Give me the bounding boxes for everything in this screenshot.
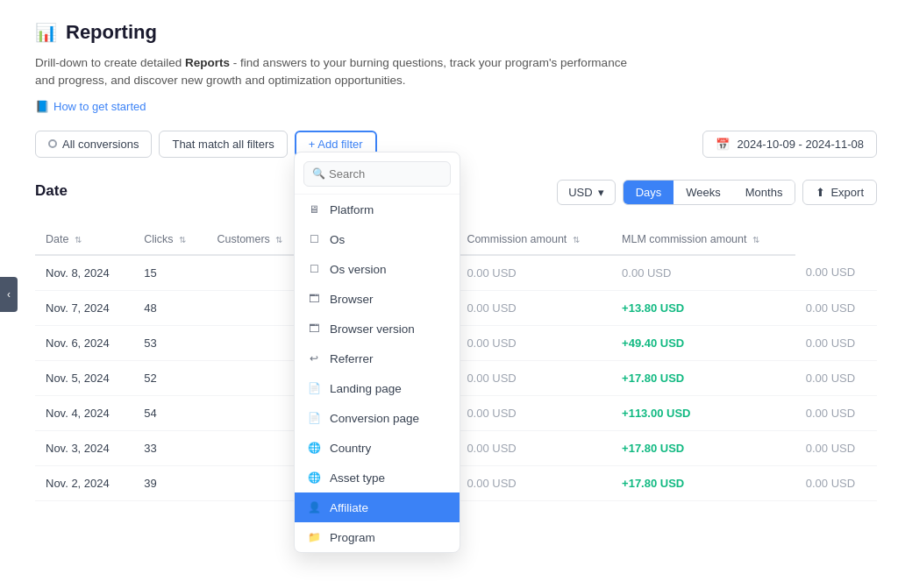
col-commission-amount[interactable]: Commission amount ⇅ <box>456 224 611 255</box>
dropdown-item-os-version[interactable]: ☐ Os version <box>295 254 460 284</box>
item-icon-os version: ☐ <box>307 262 321 276</box>
item-label: Asset type <box>330 471 385 485</box>
item-label: Os version <box>330 263 387 276</box>
all-conversions-button[interactable]: All conversions <box>35 131 152 158</box>
date-range-label: 2024-10-09 - 2024-11-08 <box>737 138 864 151</box>
item-icon-browser version: 🗔 <box>307 322 321 336</box>
cell-conversion-amount: 0.00 USD <box>456 290 611 325</box>
dropdown-item-browser[interactable]: 🗔 Browser <box>295 284 460 314</box>
sort-icon-mlm: ⇅ <box>752 235 759 244</box>
cell-clicks: 33 <box>133 430 206 465</box>
dropdown-item-affiliate[interactable]: 👤 Affiliate <box>295 492 460 522</box>
cell-conversion-amount: 0.00 USD <box>456 465 611 500</box>
item-icon-affiliate: 👤 <box>307 500 321 514</box>
item-icon-referrer: ↩ <box>307 351 321 365</box>
dropdown-search-input[interactable] <box>303 161 451 187</box>
period-months-button[interactable]: Months <box>733 181 795 204</box>
page-description: Drill-down to create detailed Reports - … <box>35 54 631 90</box>
calendar-icon: 📅 <box>716 138 730 151</box>
currency-selector[interactable]: USD ▾ <box>557 180 615 205</box>
dropdown-item-os[interactable]: ☐ Os <box>295 224 460 254</box>
cell-mlm-commission: 0.00 USD <box>795 465 877 500</box>
cell-date: Nov. 2, 2024 <box>35 465 133 500</box>
cell-customers <box>206 290 307 325</box>
period-days-button[interactable]: Days <box>624 181 674 204</box>
sort-icon-date: ⇅ <box>75 235 82 244</box>
cell-customers <box>206 465 307 500</box>
cell-mlm-commission: 0.00 USD <box>795 360 877 395</box>
dropdown-item-program[interactable]: 📁 Program <box>295 522 460 552</box>
cell-commission-amount: +17.80 USD <box>611 360 795 395</box>
cell-mlm-commission: 0.00 USD <box>795 430 877 465</box>
item-label: Os <box>330 233 345 246</box>
item-icon-program: 📁 <box>307 530 321 544</box>
dropdown-item-browser-version[interactable]: 🗔 Browser version <box>295 314 460 344</box>
cell-date: Nov. 4, 2024 <box>35 395 133 430</box>
cell-clicks: 52 <box>133 360 206 395</box>
cell-customers <box>206 395 307 430</box>
cell-clicks: 39 <box>133 465 206 500</box>
sort-icon-commission: ⇅ <box>573 235 580 244</box>
col-mlm-commission[interactable]: MLM commission amount ⇅ <box>611 224 795 255</box>
item-icon-browser: 🗔 <box>307 292 321 306</box>
cell-clicks: 53 <box>133 325 206 360</box>
item-icon-os: ☐ <box>307 232 321 246</box>
item-icon-asset type: 🌐 <box>307 471 321 485</box>
dropdown-item-platform[interactable]: 🖥 Platform <box>295 195 460 224</box>
cell-date: Nov. 6, 2024 <box>35 325 133 360</box>
cell-conversion-amount: 0.00 USD <box>456 255 611 291</box>
dropdown-search-area: 🔍 <box>295 152 460 195</box>
item-label: Program <box>330 531 375 544</box>
cell-commission-amount: 0.00 USD <box>611 255 795 291</box>
item-icon-platform: 🖥 <box>307 202 321 216</box>
sidebar-toggle[interactable]: ‹ <box>0 277 18 312</box>
help-link[interactable]: 📘 How to get started <box>35 100 146 113</box>
cell-customers <box>206 255 307 291</box>
all-conversions-label: All conversions <box>62 138 139 151</box>
cell-commission-amount: +13.80 USD <box>611 290 795 325</box>
item-label: Browser version <box>330 322 415 336</box>
cell-commission-amount: +17.80 USD <box>611 465 795 500</box>
export-label: Export <box>830 186 864 199</box>
main-container: ‹ 📊 Reporting Drill-down to create detai… <box>0 0 898 588</box>
item-label: Affiliate <box>330 501 368 514</box>
reporting-icon: 📊 <box>35 22 57 43</box>
period-weeks-button[interactable]: Weeks <box>674 181 733 204</box>
currency-label: USD <box>568 186 592 199</box>
dropdown-item-landing-page[interactable]: 📄 Landing page <box>295 373 460 403</box>
page-title: Reporting <box>66 21 157 44</box>
col-date[interactable]: Date ⇅ <box>35 224 133 255</box>
col-customers[interactable]: Customers ⇅ <box>206 224 307 255</box>
table-section-title: Date <box>35 175 68 210</box>
cell-mlm-commission: 0.00 USD <box>795 395 877 430</box>
match-all-filters-button[interactable]: That match all filters <box>159 131 287 158</box>
chevron-left-icon: ‹ <box>7 288 11 301</box>
cell-commission-amount: +49.40 USD <box>611 325 795 360</box>
cell-clicks: 48 <box>133 290 206 325</box>
dropdown-item-referrer[interactable]: ↩ Referrer <box>295 344 460 373</box>
date-range-button[interactable]: 📅 2024-10-09 - 2024-11-08 <box>702 131 877 158</box>
col-clicks[interactable]: Clicks ⇅ <box>133 224 206 255</box>
item-icon-country: 🌐 <box>307 441 321 455</box>
cell-customers <box>206 360 307 395</box>
cell-mlm-commission: 0.00 USD <box>795 290 877 325</box>
item-label: Referrer <box>330 352 374 365</box>
cell-date: Nov. 3, 2024 <box>35 430 133 465</box>
cell-conversion-amount: 0.00 USD <box>456 325 611 360</box>
cell-conversion-amount: 0.00 USD <box>456 430 611 465</box>
book-icon: 📘 <box>35 100 49 113</box>
circle-icon <box>48 139 57 148</box>
cell-mlm-commission: 0.00 USD <box>795 325 877 360</box>
controls-left: Date <box>35 175 68 210</box>
dropdown-items-list: 🖥 Platform ☐ Os ☐ Os version 🗔 Browser 🗔… <box>295 195 460 552</box>
cell-clicks: 15 <box>133 255 206 291</box>
dropdown-item-conversion-page[interactable]: 📄 Conversion page <box>295 403 460 433</box>
item-icon-landing page: 📄 <box>307 381 321 395</box>
dropdown-item-asset-type[interactable]: 🌐 Asset type <box>295 463 460 492</box>
dropdown-item-country[interactable]: 🌐 Country <box>295 433 460 463</box>
help-link-text: How to get started <box>53 100 146 113</box>
export-icon: ⬆ <box>816 186 825 199</box>
export-button[interactable]: ⬆ Export <box>802 180 877 205</box>
page-header: 📊 Reporting <box>35 21 877 44</box>
description-prefix: Drill-down to create detailed <box>35 56 185 69</box>
